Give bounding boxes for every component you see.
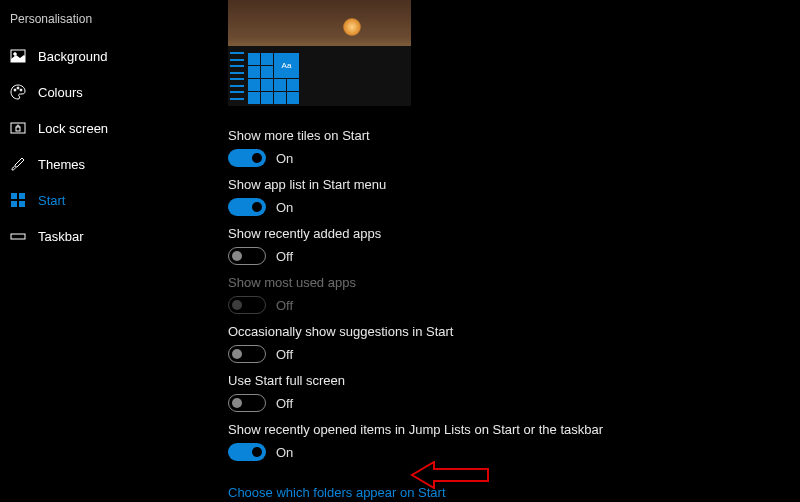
sidebar-item-label: Themes <box>38 157 85 172</box>
preview-start-list <box>228 46 246 106</box>
setting-label: Occasionally show suggestions in Start <box>228 324 800 339</box>
svg-point-1 <box>14 53 17 56</box>
svg-rect-7 <box>11 193 17 199</box>
sidebar-item-label: Colours <box>38 85 83 100</box>
setting-row: Use Start full screenOff <box>228 373 800 412</box>
sidebar-item-lock-screen[interactable]: Lock screen <box>0 110 200 146</box>
setting-row: Show recently added appsOff <box>228 226 800 265</box>
palette-icon <box>10 84 26 100</box>
preview-tile-text: Aa <box>274 53 299 78</box>
setting-label: Show recently added apps <box>228 226 800 241</box>
sidebar-item-themes[interactable]: Themes <box>0 146 200 182</box>
toggle-switch[interactable] <box>228 394 266 412</box>
svg-point-3 <box>17 87 19 89</box>
toggle-state-text: On <box>276 151 293 166</box>
toggle-row: On <box>228 198 800 216</box>
setting-label: Use Start full screen <box>228 373 800 388</box>
toggle-state-text: Off <box>276 298 293 313</box>
lock-screen-icon <box>10 120 26 136</box>
toggle-state-text: Off <box>276 347 293 362</box>
toggle-state-text: Off <box>276 396 293 411</box>
setting-row: Show app list in Start menuOn <box>228 177 800 216</box>
toggle-row: Off <box>228 247 800 265</box>
setting-row: Occasionally show suggestions in StartOf… <box>228 324 800 363</box>
setting-row: Show recently opened items in Jump Lists… <box>228 422 800 461</box>
toggle-state-text: Off <box>276 249 293 264</box>
preview-start-tiles: Aa <box>246 51 301 106</box>
toggle-switch[interactable] <box>228 247 266 265</box>
setting-label: Show recently opened items in Jump Lists… <box>228 422 800 437</box>
svg-rect-11 <box>11 234 25 239</box>
toggle-row: On <box>228 149 800 167</box>
svg-point-4 <box>20 89 22 91</box>
sidebar-item-colours[interactable]: Colours <box>0 74 200 110</box>
sidebar-item-taskbar[interactable]: Taskbar <box>0 218 200 254</box>
taskbar-icon <box>10 228 26 244</box>
setting-label: Show more tiles on Start <box>228 128 800 143</box>
start-preview: Aa <box>228 0 411 106</box>
choose-folders-link[interactable]: Choose which folders appear on Start <box>228 485 446 500</box>
sidebar-item-label: Background <box>38 49 107 64</box>
svg-point-2 <box>14 89 16 91</box>
toggle-switch <box>228 296 266 314</box>
sidebar-item-label: Start <box>38 193 65 208</box>
svg-rect-8 <box>19 193 25 199</box>
preview-sun <box>343 18 361 36</box>
start-icon <box>10 192 26 208</box>
main-panel: Aa Show more tiles on StartOnShow app li… <box>200 0 800 502</box>
toggle-switch[interactable] <box>228 345 266 363</box>
setting-row: Show more tiles on StartOn <box>228 128 800 167</box>
toggle-row: On <box>228 443 800 461</box>
sidebar-item-label: Lock screen <box>38 121 108 136</box>
svg-rect-10 <box>19 201 25 207</box>
setting-label: Show most used apps <box>228 275 800 290</box>
setting-label: Show app list in Start menu <box>228 177 800 192</box>
toggle-switch[interactable] <box>228 198 266 216</box>
toggle-state-text: On <box>276 445 293 460</box>
preview-taskbar: Aa <box>228 46 411 106</box>
sidebar-item-label: Taskbar <box>38 229 84 244</box>
sidebar-item-start[interactable]: Start <box>0 182 200 218</box>
toggle-switch[interactable] <box>228 443 266 461</box>
toggle-row: Off <box>228 394 800 412</box>
svg-rect-9 <box>11 201 17 207</box>
svg-rect-6 <box>16 127 20 131</box>
sidebar-item-background[interactable]: Background <box>0 38 200 74</box>
brush-icon <box>10 156 26 172</box>
toggle-switch[interactable] <box>228 149 266 167</box>
sidebar-heading: Personalisation <box>0 8 200 38</box>
toggle-state-text: On <box>276 200 293 215</box>
picture-icon <box>10 48 26 64</box>
sidebar: Personalisation Background Colours Lock … <box>0 0 200 502</box>
setting-row: Show most used appsOff <box>228 275 800 314</box>
toggle-row: Off <box>228 296 800 314</box>
toggle-row: Off <box>228 345 800 363</box>
